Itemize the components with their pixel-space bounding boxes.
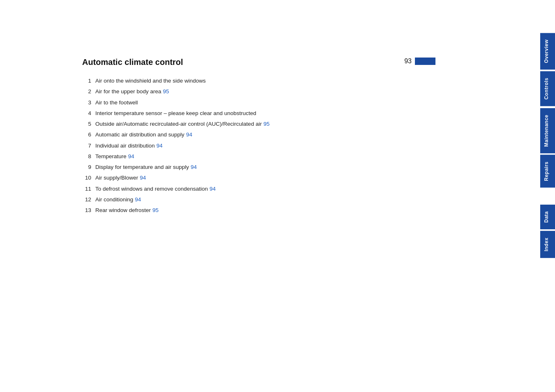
item-text: Temperature94 bbox=[95, 152, 435, 161]
side-navigation: OverviewControlsMaintenanceRepairsDataIn… bbox=[538, 0, 555, 392]
page-title: Automatic climate control bbox=[82, 58, 183, 67]
item-text: Air supply/Blower94 bbox=[95, 174, 435, 182]
item-link[interactable]: 94 bbox=[210, 186, 216, 192]
side-tab-overview[interactable]: Overview bbox=[540, 33, 555, 69]
page-number-bar bbox=[415, 58, 435, 65]
item-text: Automatic air distribution and supply94 bbox=[95, 131, 435, 139]
list-item: 13Rear window defroster95 bbox=[82, 206, 435, 214]
side-tab-data[interactable]: Data bbox=[540, 205, 555, 229]
list-item: 6Automatic air distribution and supply94 bbox=[82, 131, 435, 139]
item-number: 10 bbox=[82, 174, 95, 182]
side-tab-repairs[interactable]: Repairs bbox=[540, 155, 555, 188]
item-number: 8 bbox=[82, 152, 95, 161]
item-number: 3 bbox=[82, 99, 95, 107]
page-header: Automatic climate control 93 bbox=[82, 58, 435, 67]
item-number: 1 bbox=[82, 77, 95, 85]
item-link[interactable]: 94 bbox=[157, 143, 163, 149]
item-link[interactable]: 94 bbox=[191, 164, 197, 170]
side-tab-maintenance[interactable]: Maintenance bbox=[540, 108, 555, 153]
item-number: 2 bbox=[82, 88, 95, 96]
item-number: 9 bbox=[82, 163, 95, 171]
item-number: 4 bbox=[82, 109, 95, 118]
item-number: 11 bbox=[82, 185, 95, 193]
item-text: Outside air/Automatic recirculated-air c… bbox=[95, 120, 435, 128]
content-list: 1Air onto the windshield and the side wi… bbox=[82, 77, 435, 214]
list-item: 11To defrost windows and remove condensa… bbox=[82, 185, 435, 193]
item-link[interactable]: 94 bbox=[186, 131, 192, 138]
list-item: 7Individual air distribution94 bbox=[82, 142, 435, 150]
list-item: 3Air to the footwell bbox=[82, 99, 435, 107]
item-link[interactable]: 94 bbox=[128, 153, 134, 159]
item-text: Air for the upper body area95 bbox=[95, 88, 435, 96]
item-link[interactable]: 95 bbox=[163, 88, 169, 95]
item-number: 5 bbox=[82, 120, 95, 128]
item-text: Display for temperature and air supply94 bbox=[95, 163, 435, 171]
list-item: 4Interior temperature sensor – please ke… bbox=[82, 109, 435, 118]
list-item: 5Outside air/Automatic recirculated-air … bbox=[82, 120, 435, 128]
item-text: Interior temperature sensor – please kee… bbox=[95, 109, 435, 118]
item-number: 6 bbox=[82, 131, 95, 139]
list-item: 2Air for the upper body area95 bbox=[82, 88, 435, 96]
item-text: Air conditioning94 bbox=[95, 196, 435, 204]
item-number: 13 bbox=[82, 206, 95, 214]
side-tab-index[interactable]: Index bbox=[540, 231, 555, 258]
item-link[interactable]: 94 bbox=[135, 196, 141, 203]
item-link[interactable]: 95 bbox=[263, 121, 269, 127]
item-text: Air onto the windshield and the side win… bbox=[95, 77, 435, 85]
item-number: 7 bbox=[82, 142, 95, 150]
item-text: To defrost windows and remove condensati… bbox=[95, 185, 435, 193]
list-item: 9Display for temperature and air supply9… bbox=[82, 163, 435, 171]
list-item: 8Temperature94 bbox=[82, 152, 435, 161]
item-number: 12 bbox=[82, 196, 95, 204]
list-item: 10Air supply/Blower94 bbox=[82, 174, 435, 182]
item-text: Air to the footwell bbox=[95, 99, 435, 107]
item-text: Rear window defroster95 bbox=[95, 206, 435, 214]
page-number: 93 bbox=[404, 58, 435, 65]
item-link[interactable]: 94 bbox=[140, 175, 146, 181]
list-item: 12Air conditioning94 bbox=[82, 196, 435, 204]
item-text: Individual air distribution94 bbox=[95, 142, 435, 150]
side-tab-controls[interactable]: Controls bbox=[540, 71, 555, 106]
item-link[interactable]: 95 bbox=[152, 207, 159, 213]
list-item: 1Air onto the windshield and the side wi… bbox=[82, 77, 435, 85]
